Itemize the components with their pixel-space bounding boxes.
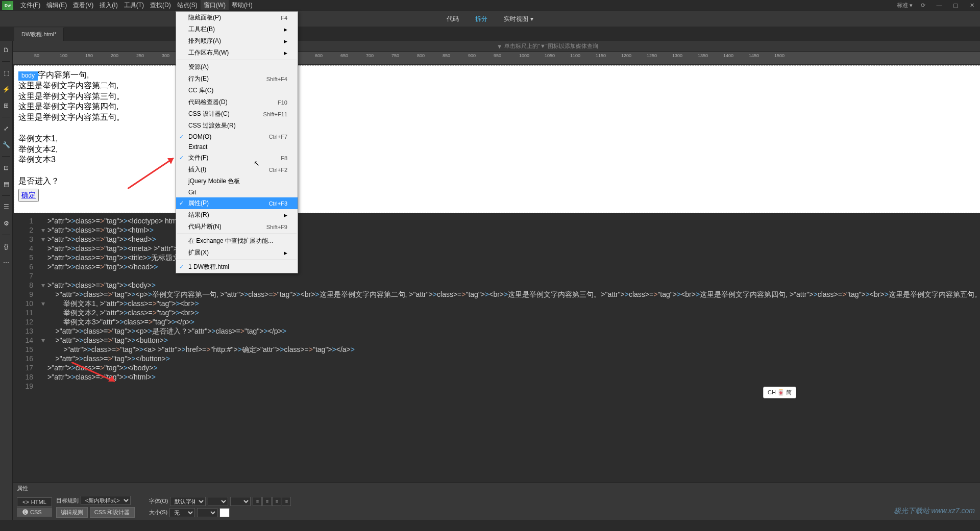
file-manage-icon[interactable]: 🗋 xyxy=(0,44,12,56)
close-button[interactable]: ✕ xyxy=(966,1,978,9)
code-line[interactable]: 5>"attr">>class>=>"tag">><title>>无标题文档>"… xyxy=(13,253,980,262)
snippet-icon[interactable]: {} xyxy=(0,240,12,252)
menu-item[interactable]: ✓属性(P)Ctrl+F3 xyxy=(176,197,298,209)
inspect-icon[interactable]: ⊞ xyxy=(0,99,12,112)
edit-rule-button[interactable]: 编辑规则 xyxy=(56,507,88,518)
code-line[interactable]: 3▾>"attr">>class>=>"tag">><head>> xyxy=(13,235,980,244)
target-rule-select[interactable]: <新内联样式> xyxy=(81,496,131,505)
menu-item[interactable]: 结果(R)▶ xyxy=(176,209,298,221)
ruler-mark: 800 xyxy=(417,53,425,58)
assets-icon[interactable]: ▤ xyxy=(0,178,12,190)
code-line[interactable]: 2▾>"attr">>class>=>"tag">><html>> xyxy=(13,225,980,235)
code-line[interactable]: 12 举例文本3>"attr">>class>=>"tag">></p>> xyxy=(13,317,980,326)
list-icon[interactable]: ☰ xyxy=(0,201,12,213)
menu-item[interactable]: 排列顺序(A)▶ xyxy=(176,35,298,47)
size-unit-select[interactable] xyxy=(197,508,217,517)
menu-item[interactable]: 在 Exchange 中查找扩展功能... xyxy=(176,235,298,247)
design-view[interactable]: body字内容第一句, 这里是举例文字内容第二句, 这里是举例文字内容第三句。 … xyxy=(14,65,980,213)
menu-item[interactable]: ✓1 DW教程.html xyxy=(176,261,298,273)
code-line[interactable]: 14▾ >"attr">>class>=>"tag">><button>> xyxy=(13,336,980,345)
menu-item[interactable]: 站点(S) xyxy=(174,0,201,10)
maximize-button[interactable]: ▢ xyxy=(949,1,962,9)
menu-item[interactable]: CC 库(C) xyxy=(176,85,298,96)
menu-item[interactable]: 行为(E)Shift+F4 xyxy=(176,73,298,85)
media-dropdown-icon[interactable]: ▼ xyxy=(497,43,502,49)
expand-icon[interactable]: ⤢ xyxy=(0,122,12,135)
menu-item[interactable]: CSS 过渡效果(R) xyxy=(176,120,298,132)
live-view-button[interactable]: 实时视图 ▾ xyxy=(500,13,537,26)
wrench-icon[interactable]: 🔧 xyxy=(0,139,12,151)
size-select[interactable]: 无 xyxy=(169,508,195,517)
adjust-icon[interactable]: ⚙ xyxy=(0,217,12,230)
split-view-button[interactable]: 拆分 xyxy=(471,13,492,26)
menu-item[interactable]: 插入(I) xyxy=(96,0,120,10)
color-swatch[interactable] xyxy=(219,508,230,517)
code-line[interactable]: 9 >"attr">>class>=>"tag">><p>>举例文字内容第一句,… xyxy=(13,290,980,299)
menu-item[interactable]: 资源(A) xyxy=(176,61,298,73)
align-right-icon[interactable]: ≡ xyxy=(272,497,281,506)
menu-item[interactable]: ✓DOM(O)Ctrl+F7 xyxy=(176,132,298,142)
menu-item[interactable]: 代码片断(N)Shift+F9 xyxy=(176,221,298,233)
menu-item[interactable]: 工具(T) xyxy=(121,0,147,10)
props-css-tab[interactable]: 🅒 CSS xyxy=(17,508,52,517)
more-icon[interactable]: ⋯ xyxy=(0,257,12,269)
menu-item[interactable]: jQuery Mobile 色板 xyxy=(176,175,298,187)
menu-item[interactable]: 工作区布局(W)▶ xyxy=(176,47,298,59)
confirm-link[interactable]: 确定 xyxy=(21,191,36,199)
window-menu-dropdown[interactable]: 隐藏面板(P)F4工具栏(B)▶排列顺序(A)▶工作区布局(W)▶资源(A)行为… xyxy=(176,11,298,273)
font-weight-select[interactable] xyxy=(230,497,251,506)
body-tag-selector[interactable]: body xyxy=(18,71,38,81)
code-line[interactable]: 4>"attr">>class>=>"tag">><meta> >"attr">… xyxy=(13,244,980,253)
live-icon[interactable]: ⚡ xyxy=(0,83,12,95)
code-line[interactable]: 15 >"attr">>class>=>"tag">><a> >"attr">>… xyxy=(13,345,980,354)
menu-item[interactable]: 查找(D) xyxy=(147,0,174,10)
ruler-mark: 1150 xyxy=(596,53,606,58)
media-query-bar[interactable]: ▼ 单击标尺上的"▼"图标以添加媒体查询 xyxy=(13,41,980,52)
menu-item[interactable]: CSS 设计器(C)Shift+F11 xyxy=(176,108,298,120)
ruler-mark: 1200 xyxy=(621,53,631,58)
menu-item[interactable]: 代码检查器(D)F10 xyxy=(176,96,298,108)
menu-item[interactable]: 插入(I)Ctrl+F2 xyxy=(176,164,298,175)
menu-item[interactable]: Extract xyxy=(176,142,298,152)
menu-item[interactable]: 帮助(H) xyxy=(229,0,256,10)
menu-item[interactable]: 查看(V) xyxy=(70,0,96,10)
font-label: 字体(O) xyxy=(149,497,168,505)
dom-icon[interactable]: ⊡ xyxy=(0,162,12,174)
code-line[interactable]: 10▾ 举例文本1, >"attr">>class>=>"tag">><br>> xyxy=(13,299,980,308)
confirm-button[interactable]: 确定 xyxy=(18,189,39,202)
code-line[interactable]: 8▾>"attr">>class>=>"tag">><body>> xyxy=(13,281,980,290)
menu-item[interactable]: 窗口(W) xyxy=(201,0,229,10)
code-line[interactable]: 1>"attr">>class>=>"tag">><!doctype> html… xyxy=(13,216,980,225)
code-line[interactable]: 7 xyxy=(13,271,980,281)
menu-item[interactable]: 隐藏面板(P)F4 xyxy=(176,12,298,23)
font-style-select[interactable] xyxy=(208,497,228,506)
ruler[interactable]: 5010015020025030035040045050055060065070… xyxy=(13,52,980,64)
code-line[interactable]: 13 >"attr">>class>=>"tag">><p>>是否进入？>"at… xyxy=(13,326,980,336)
code-line[interactable]: 6>"attr">>class>=>"tag">></head>> xyxy=(13,262,980,271)
code-line[interactable]: 11 举例文本2, >"attr">>class>=>"tag">><br>> xyxy=(13,308,980,317)
code-line[interactable]: 17>"attr">>class>=>"tag">></body>> xyxy=(13,363,980,372)
code-line[interactable]: 16 >"attr">>class>=>"tag">></button>> xyxy=(13,354,980,363)
split-horiz-icon[interactable]: ⬚ xyxy=(0,67,12,79)
code-view[interactable]: 1>"attr">>class>=>"tag">><!doctype> html… xyxy=(13,214,980,483)
menu-item[interactable]: Git xyxy=(176,187,298,197)
code-line[interactable]: 18>"attr">>class>=>"tag">></html>> xyxy=(13,372,980,382)
menu-item[interactable]: ✓文件(F)F8 xyxy=(176,152,298,164)
css-designer-button[interactable]: CSS 和设计器 xyxy=(90,507,135,518)
align-justify-icon[interactable]: ≡ xyxy=(282,497,291,506)
code-line[interactable]: 19 xyxy=(13,382,980,391)
menu-item[interactable]: 文件(F) xyxy=(17,0,43,10)
props-html-tab[interactable]: <> HTML xyxy=(17,497,52,507)
menu-item[interactable]: 扩展(X)▶ xyxy=(176,247,298,259)
workspace-label[interactable]: 标准 ▾ xyxy=(897,2,913,9)
sync-icon[interactable]: ⟳ xyxy=(917,1,929,9)
code-view-button[interactable]: 代码 xyxy=(443,13,463,26)
font-select[interactable]: 默认字体 xyxy=(170,497,206,506)
align-center-icon[interactable]: ≡ xyxy=(262,497,272,506)
menu-item[interactable]: 编辑(E) xyxy=(43,0,70,10)
align-left-icon[interactable]: ≡ xyxy=(253,497,262,506)
menu-item[interactable]: 工具栏(B)▶ xyxy=(176,23,298,35)
minimize-button[interactable]: — xyxy=(933,1,945,9)
ruler-mark: 1450 xyxy=(749,53,759,58)
document-tab[interactable]: DW教程.html* xyxy=(14,28,64,41)
